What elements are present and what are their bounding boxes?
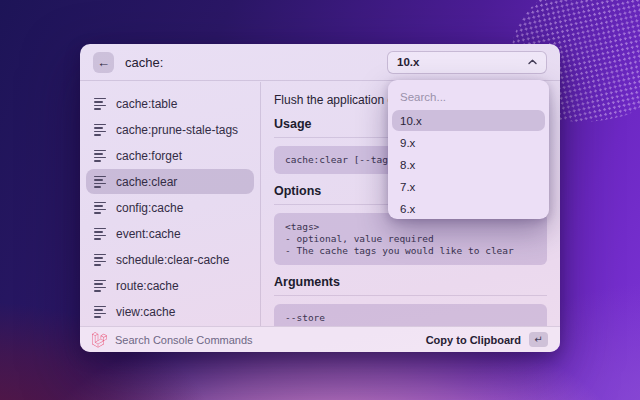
dropdown-option[interactable]: 9.x: [392, 132, 545, 153]
list-item[interactable]: config:cache: [86, 195, 254, 220]
code-line: - optional, value required: [285, 233, 536, 245]
dropdown-option-label: 6.x: [400, 203, 415, 215]
dropdown-option-label: 10.x: [400, 115, 422, 127]
return-key-icon[interactable]: ↵: [529, 332, 548, 347]
dropdown-option-label: 9.x: [400, 137, 415, 149]
command-lines-icon: [94, 254, 106, 266]
search-input[interactable]: cache:: [125, 55, 163, 70]
version-select[interactable]: 10.x: [387, 51, 547, 74]
list-item-label: event:cache: [116, 227, 181, 241]
list-item-label: config:cache: [116, 201, 183, 215]
list-item-label: route:cache: [116, 279, 179, 293]
list-item[interactable]: cache:table: [86, 91, 254, 116]
footer-bar: Search Console Commands Copy to Clipboar…: [80, 326, 560, 352]
list-item[interactable]: cache:prune-stale-tags: [86, 117, 254, 142]
dropdown-option-label: 7.x: [400, 181, 415, 193]
version-select-value: 10.x: [397, 56, 419, 68]
laravel-logo-icon: [92, 332, 107, 348]
code-line: - The cache tags you would like to clear: [285, 245, 536, 257]
version-dropdown-panel: Search... 10.x 9.x 8.x 7.x 6.x: [388, 80, 549, 219]
list-item[interactable]: route:cache: [86, 273, 254, 298]
list-item[interactable]: schedule:clear-cache: [86, 247, 254, 272]
command-lines-icon: [94, 202, 106, 214]
command-lines-icon: [94, 150, 106, 162]
section-heading-arguments: Arguments: [274, 275, 547, 296]
extension-name: Search Console Commands: [115, 334, 253, 346]
back-button[interactable]: ←: [93, 52, 114, 73]
dropdown-option-selected[interactable]: 10.x: [392, 110, 545, 131]
copy-to-clipboard-action[interactable]: Copy to Clipboard: [426, 334, 521, 346]
list-item[interactable]: view:cache: [86, 299, 254, 324]
command-lines-icon: [94, 98, 106, 110]
top-bar: ← cache: 10.x: [80, 44, 560, 81]
dropdown-option[interactable]: 8.x: [392, 154, 545, 175]
dropdown-search-input[interactable]: Search...: [392, 84, 545, 110]
command-list: cache:table cache:prune-stale-tags cache…: [80, 82, 261, 326]
command-lines-icon: [94, 228, 106, 240]
dropdown-option[interactable]: 6.x: [392, 198, 545, 219]
list-item-selected[interactable]: cache:clear: [86, 169, 254, 194]
list-item-label: cache:clear: [116, 175, 177, 189]
options-code-block: <tags>- optional, value required- The ca…: [274, 213, 547, 265]
code-line: --store: [285, 312, 536, 324]
list-item[interactable]: event:cache: [86, 221, 254, 246]
command-palette-window: ← cache: 10.x cache:table cache:prune-st…: [80, 44, 560, 352]
chevron-up-icon: [528, 59, 537, 65]
list-item-label: cache:forget: [116, 149, 182, 163]
dropdown-option-label: 8.x: [400, 159, 415, 171]
command-lines-icon: [94, 176, 106, 188]
list-item-label: cache:prune-stale-tags: [116, 123, 238, 137]
arguments-code-block: --store- optional, value optional- The n…: [274, 304, 547, 326]
code-line: <tags>: [285, 221, 536, 233]
command-lines-icon: [94, 124, 106, 136]
command-lines-icon: [94, 306, 106, 318]
command-lines-icon: [94, 280, 106, 292]
list-item-label: view:cache: [116, 305, 175, 319]
list-item-label: schedule:clear-cache: [116, 253, 229, 267]
back-arrow-icon: ←: [97, 55, 110, 70]
dropdown-option[interactable]: 7.x: [392, 176, 545, 197]
list-item[interactable]: cache:forget: [86, 143, 254, 168]
list-item-label: cache:table: [116, 97, 177, 111]
